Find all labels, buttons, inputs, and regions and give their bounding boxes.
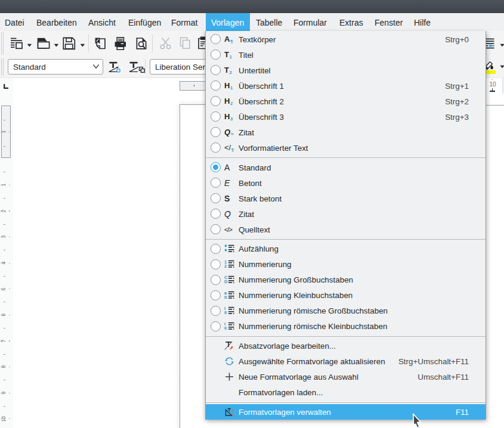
svg-text:2: 2 <box>224 263 227 269</box>
svg-text:b: b <box>224 294 227 300</box>
svg-text:ii: ii <box>224 325 227 331</box>
svg-text:II: II <box>224 310 227 315</box>
svg-text:D: D <box>224 279 228 284</box>
